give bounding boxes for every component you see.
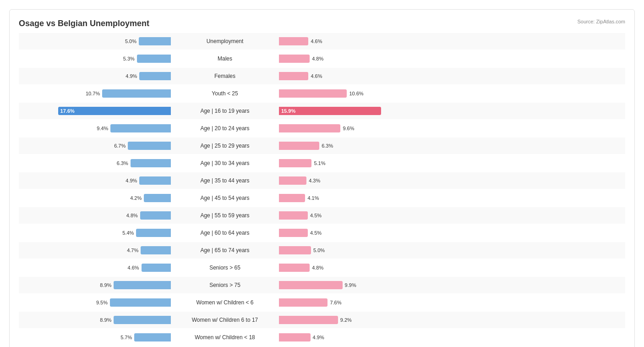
table-row: 6.3% Age | 30 to 34 years 5.1% (19, 155, 625, 171)
left-section: 9.4% (19, 124, 175, 132)
left-section: 9.5% (19, 298, 175, 307)
bar-left (110, 124, 171, 132)
chart-container: Osage vs Belgian Unemployment Source: Zi… (9, 9, 635, 347)
bar-value-right: 4.1% (307, 195, 323, 201)
bar-value-left: 4.8% (122, 213, 138, 218)
bar-value-right: 4.9% (313, 335, 329, 340)
right-section: 4.5% (275, 211, 431, 220)
table-row: 6.7% Age | 25 to 29 years 6.3% (19, 138, 625, 154)
left-section: 8.9% (19, 281, 175, 289)
bar-value-left-inside: 17.6% (58, 108, 77, 114)
bar-right (279, 316, 338, 324)
table-row: 10.7% Youth < 25 10.6% (19, 85, 625, 102)
table-row: 5.3% Males 4.8% (19, 50, 625, 67)
bar-right (279, 264, 310, 272)
table-row: 4.2% Age | 45 to 54 years 4.1% (19, 190, 625, 206)
table-row: 5.7% Women w/ Children < 18 4.9% (19, 329, 625, 346)
bar-right (279, 159, 311, 167)
bar-left (141, 246, 171, 254)
bar-value-left: 5.3% (119, 56, 135, 61)
bar-value-right: 4.8% (312, 56, 328, 61)
row-label: Seniors > 75 (175, 282, 275, 288)
left-section: 5.4% (19, 229, 175, 237)
row-label: Women w/ Children < 6 (175, 299, 275, 306)
bar-right (279, 142, 319, 150)
row-label: Age | 35 to 44 years (175, 177, 275, 184)
left-section: 4.6% (19, 264, 175, 272)
table-row: 4.9% Females 4.6% (19, 68, 625, 84)
bar-value-left: 6.7% (109, 143, 126, 149)
left-section: 6.3% (19, 159, 175, 167)
bar-value-right: 5.1% (314, 160, 330, 166)
bar-value-right: 4.5% (310, 230, 326, 236)
right-section: 4.6% (275, 72, 431, 80)
bar-right (279, 124, 340, 132)
bar-value-right: 9.2% (340, 317, 356, 323)
right-section: 5.1% (275, 159, 431, 167)
bar-value-left: 4.2% (126, 195, 142, 201)
right-section: 9.9% (275, 281, 431, 289)
bar-right (279, 72, 308, 80)
bar-value-left: 5.7% (116, 335, 132, 340)
right-section: 15.9% (275, 107, 431, 115)
bar-value-left: 4.6% (123, 265, 139, 270)
bar-value-left: 9.4% (92, 126, 108, 131)
table-row: 5.0% Unemployment 4.6% (19, 33, 625, 50)
right-section: 5.0% (275, 246, 431, 254)
bar-value-right: 4.8% (312, 265, 328, 270)
bar-value-right: 5.0% (313, 248, 329, 253)
row-label: Age | 60 to 64 years (175, 230, 275, 236)
bar-left (102, 89, 171, 98)
bar-right (279, 333, 311, 341)
table-row: 9.4% Age | 20 to 24 years 9.6% (19, 120, 625, 137)
bar-value-left: 9.5% (92, 300, 108, 305)
right-section: 7.6% (275, 298, 431, 307)
bar-value-right: 9.9% (345, 282, 361, 288)
bar-right (279, 229, 308, 237)
right-section: 4.9% (275, 333, 431, 341)
bar-right: 15.9% (279, 107, 381, 115)
right-section: 6.3% (275, 142, 431, 150)
left-section: 4.8% (19, 211, 175, 220)
bar-value-right: 4.5% (310, 213, 326, 218)
right-section: 4.5% (275, 229, 431, 237)
table-row: 4.9% Age | 35 to 44 years 4.3% (19, 172, 625, 189)
left-section: 4.7% (19, 246, 175, 254)
left-section: 5.7% (19, 333, 175, 341)
bar-right (279, 37, 308, 45)
bar-right (279, 246, 311, 254)
bar-value-left: 10.7% (84, 91, 100, 96)
row-label: Age | 45 to 54 years (175, 195, 275, 201)
bar-left: 17.6% (58, 107, 171, 115)
bar-right (279, 55, 310, 63)
left-section: 5.0% (19, 37, 175, 45)
right-section: 9.2% (275, 316, 431, 324)
bar-left (144, 194, 171, 202)
row-label: Age | 55 to 59 years (175, 212, 275, 219)
left-section: 6.7% (19, 142, 175, 150)
row-label: Women w/ Children < 18 (175, 334, 275, 341)
left-section: 4.9% (19, 72, 175, 80)
table-row: 4.7% Age | 65 to 74 years 5.0% (19, 242, 625, 259)
bar-left (114, 316, 171, 324)
bar-value-left: 5.4% (118, 230, 134, 236)
row-label: Age | 20 to 24 years (175, 125, 275, 132)
bar-left (139, 72, 171, 80)
row-label: Age | 16 to 19 years (175, 108, 275, 114)
bar-value-right-inside: 15.9% (279, 108, 298, 114)
bar-left (136, 229, 171, 237)
row-label: Youth < 25 (175, 90, 275, 97)
table-row: 4.8% Age | 55 to 59 years 4.5% (19, 207, 625, 224)
bar-left (134, 333, 171, 341)
right-section: 9.6% (275, 124, 431, 132)
right-section: 10.6% (275, 89, 431, 98)
bar-value-left: 8.9% (95, 317, 111, 323)
left-section: 4.2% (19, 194, 175, 202)
left-section: 17.6% (19, 107, 175, 115)
left-section: 8.9% (19, 316, 175, 324)
bar-value-right: 7.6% (330, 300, 346, 305)
left-section: 10.7% (19, 89, 175, 98)
row-label: Women w/ Children 6 to 17 (175, 317, 275, 323)
bar-left (139, 176, 171, 185)
right-section: 4.8% (275, 55, 431, 63)
